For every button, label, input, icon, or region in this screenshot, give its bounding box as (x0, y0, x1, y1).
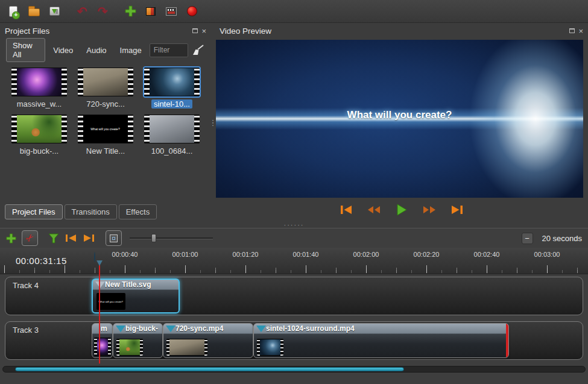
center-playhead-icon (110, 234, 118, 242)
save-project-button[interactable] (45, 2, 64, 20)
clip-label: m (101, 324, 107, 333)
project-files-header: Project Files × (0, 23, 211, 39)
project-files-panel: Project Files × Show All Video Audio Ima… (0, 23, 211, 222)
timecode-display: 00:00:31:15 (16, 256, 67, 266)
openshot-window: ↶ ↷ Project Files × Show All Video Audio (0, 0, 588, 384)
jump-end-button[interactable] (449, 202, 466, 218)
file-item-new-title[interactable]: What will you create? New Title... (74, 115, 138, 156)
play-icon (395, 203, 408, 216)
playhead-handle[interactable] (94, 253, 104, 266)
file-label: sintel-10... (151, 99, 192, 109)
previous-marker-button[interactable] (65, 233, 77, 243)
previous-marker-icon (65, 233, 77, 243)
file-thumbnail (11, 68, 67, 96)
left-panel-tabs: Project Files Transitions Effects (0, 203, 211, 222)
video-preview-title: Video Preview (220, 27, 569, 36)
float-panel-icon[interactable] (569, 28, 575, 33)
import-plus-icon (125, 5, 136, 17)
horizontal-splitter[interactable]: ······ (0, 222, 588, 228)
ruler-mark: 00:03:00 (534, 251, 560, 258)
new-project-icon (9, 6, 17, 17)
tab-transitions[interactable]: Transitions (65, 204, 117, 219)
filter-audio-button[interactable]: Audio (81, 43, 112, 58)
ruler-mark: 00:00:40 (112, 251, 138, 258)
razor-tool-button[interactable]: ✂ (22, 230, 38, 246)
clear-filter-button[interactable] (191, 42, 205, 58)
save-icon (49, 7, 60, 16)
file-item-big-buck[interactable]: big-buck-... (7, 115, 71, 156)
undo-button[interactable]: ↶ (72, 2, 92, 20)
clip-menu-chevron-icon[interactable] (256, 326, 266, 332)
open-project-button[interactable] (24, 2, 43, 20)
close-panel-icon[interactable]: × (578, 27, 583, 35)
close-panel-icon[interactable]: × (201, 27, 206, 35)
clip-thumbnail (94, 338, 111, 356)
tab-effects[interactable]: Effects (119, 204, 157, 219)
redo-button[interactable]: ↷ (93, 2, 112, 20)
filter-show-all-button[interactable]: Show All (6, 38, 45, 62)
file-thumbnail (11, 115, 67, 143)
center-playhead-button[interactable] (106, 230, 122, 246)
video-overlay-text: What will you create? (216, 109, 583, 121)
file-item-sintel[interactable]: sintel-10... (140, 68, 204, 109)
title-thumb-text: What will you create? (91, 127, 120, 130)
profile-icon (146, 7, 156, 16)
rewind-button[interactable] (365, 202, 382, 218)
title-editor-button[interactable] (162, 2, 181, 20)
new-project-button[interactable] (4, 2, 23, 20)
file-item-720-sync[interactable]: 720-sync... (74, 68, 138, 109)
timeline-tracks: Track 4 New Title.svg What will you crea… (0, 274, 588, 364)
video-preview-display: What will you create? (216, 40, 583, 198)
timeline-ruler[interactable]: 00:00:31:15 00:00:40 00:01:00 00:01:20 0… (0, 248, 588, 274)
tab-project-files[interactable]: Project Files (5, 204, 63, 219)
clip-720-sync[interactable]: 720-sync.mp4 (163, 323, 253, 358)
rewind-icon (367, 205, 381, 215)
timeline-section: ✂ − 20 seconds 00:00:31:15 (0, 228, 588, 384)
zoom-out-button[interactable]: − (522, 233, 533, 244)
clip-label: New Title.svg (105, 280, 151, 289)
clip-menu-chevron-icon[interactable] (166, 326, 175, 332)
fast-forward-button[interactable] (421, 202, 438, 218)
add-marker-button[interactable] (48, 233, 59, 244)
jump-end-icon (450, 204, 464, 215)
video-preview-panel: Video Preview × What will you create? (215, 23, 588, 222)
video-preview-header: Video Preview × (215, 23, 588, 39)
fast-forward-icon (422, 205, 437, 215)
clip-menu-chevron-icon[interactable] (95, 282, 105, 288)
clip-label: big-buck- (125, 324, 158, 333)
next-marker-button[interactable] (83, 233, 95, 243)
jump-start-button[interactable] (338, 202, 355, 218)
file-item-100-0684[interactable]: 100_0684... (140, 115, 204, 156)
clip-menu-chevron-icon[interactable] (116, 326, 125, 332)
add-track-button[interactable] (6, 233, 16, 244)
file-item-massive[interactable]: massive_w... (7, 68, 71, 109)
import-files-button[interactable] (121, 2, 140, 20)
project-files-title: Project Files (5, 27, 192, 36)
filter-input[interactable] (150, 43, 188, 57)
track-row-4: Track 4 New Title.svg What will you crea… (5, 277, 583, 315)
file-thumbnail (144, 115, 200, 143)
zoom-slider[interactable] (130, 233, 213, 243)
filter-image-button[interactable]: Image (115, 43, 147, 58)
clip-big-buck[interactable]: big-buck- (113, 323, 163, 358)
track-name: Track 4 (13, 281, 39, 290)
scrollbar-thumb[interactable] (15, 367, 404, 371)
export-video-button[interactable] (182, 2, 201, 20)
choose-profile-button[interactable] (141, 2, 160, 20)
float-panel-icon[interactable] (192, 28, 198, 33)
clip-new-title[interactable]: New Title.svg What will you create? (92, 279, 180, 313)
export-record-icon (187, 6, 197, 16)
file-label: massive_w... (14, 99, 64, 109)
clip-massive[interactable]: m (92, 323, 113, 358)
playhead-line[interactable] (99, 263, 100, 364)
filter-video-button[interactable]: Video (48, 43, 78, 58)
ruler-mark: 00:02:00 (353, 251, 379, 258)
play-button[interactable] (393, 202, 410, 218)
timeline-toolbar: ✂ − 20 seconds (0, 228, 588, 248)
zoom-slider-handle[interactable] (151, 234, 156, 242)
razor-icon: ✂ (24, 232, 36, 245)
file-label: 100_0684... (149, 146, 195, 156)
timeline-scrollbar[interactable] (2, 366, 586, 373)
clip-sintel[interactable]: sintel-1024-surround.mp4 (253, 323, 509, 358)
open-folder-icon (28, 8, 40, 16)
